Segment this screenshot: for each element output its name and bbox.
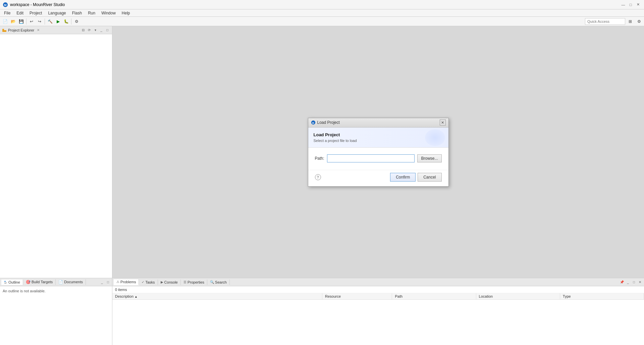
toolbar-save-button[interactable]: 💾	[17, 18, 25, 25]
dialog-body: Load Project Select a project file to lo…	[308, 128, 448, 170]
outline-tabs: Outline 🎯 Build Targets 📄 Documents _ □	[0, 278, 112, 286]
path-row: Path: Browse...	[315, 154, 442, 162]
panel-pin-btn[interactable]: 📌	[619, 280, 625, 285]
toolbar-undo-button[interactable]: ↩	[28, 18, 35, 25]
dialog-close-button[interactable]: ✕	[440, 119, 446, 126]
sidebar-maximize-btn[interactable]: □	[105, 28, 110, 33]
app-title: workspace - MounRiver Studio	[10, 2, 65, 7]
col-location[interactable]: Location	[476, 293, 560, 300]
col-path[interactable]: Path	[392, 293, 476, 300]
close-button[interactable]: ✕	[635, 1, 641, 8]
tab-problems[interactable]: ⚠ Problems	[114, 279, 139, 285]
outline-content: An outline is not available.	[0, 286, 112, 345]
problems-table: Description ▲ Resource Path Location Typ…	[112, 293, 644, 300]
panel-minimize-btn[interactable]: _	[625, 280, 631, 285]
col-description[interactable]: Description ▲	[112, 293, 322, 300]
menu-run[interactable]: Run	[85, 10, 98, 16]
panel-maximize-btn[interactable]: □	[631, 280, 637, 285]
dialog-close-icon: ✕	[441, 120, 444, 125]
sidebar-collapse-btn[interactable]: ⊟	[80, 28, 86, 33]
svg-rect-2	[2, 29, 4, 30]
dialog-title-label: Load Project	[317, 120, 340, 125]
dialog-title-left: M Load Project	[311, 120, 340, 125]
title-bar-left: M workspace - MounRiver Studio	[3, 2, 65, 7]
bottom-panel-tabs: ⚠ Problems ✓ Tasks ▶ Console ☰ Propertie…	[112, 278, 644, 286]
toolbar-redo-button[interactable]: ↪	[36, 18, 43, 25]
outline-panel: Outline 🎯 Build Targets 📄 Documents _ □ …	[0, 278, 112, 345]
browse-button[interactable]: Browse...	[417, 154, 441, 162]
dialog-logo-icon: M	[311, 120, 316, 125]
quick-access-input[interactable]	[585, 18, 625, 25]
tab-documents[interactable]: 📄 Documents	[56, 279, 86, 285]
toolbar-extra-button[interactable]: ⚙	[73, 18, 80, 25]
dialog-main-title: Load Project	[314, 132, 443, 137]
tab-tasks[interactable]: ✓ Tasks	[139, 280, 158, 285]
menu-file[interactable]: File	[1, 10, 13, 16]
menu-help[interactable]: Help	[119, 10, 133, 16]
tab-search[interactable]: 🔍 Search	[207, 280, 230, 285]
help-char: ?	[317, 175, 319, 179]
toolbar-run-button[interactable]: ▶	[54, 18, 62, 25]
toolbar-settings-button[interactable]: ⚙	[635, 18, 643, 25]
sidebar-menu-btn[interactable]: ▾	[93, 28, 98, 33]
menu-bar: File Edit Project Language Flash Run Win…	[0, 9, 644, 17]
menu-edit[interactable]: Edit	[14, 10, 26, 16]
toolbar-open-button[interactable]: 📂	[9, 18, 17, 25]
bottom-panel-content: 0 items Description ▲ Resource Path Loca…	[112, 286, 644, 345]
toolbar: 📄 📂 💾 ↩ ↪ 🔨 ▶ 🐛 ⚙ ⊞ ⚙	[0, 17, 644, 26]
col-type[interactable]: Type	[560, 293, 644, 300]
tab-build-targets[interactable]: 🎯 Build Targets	[23, 279, 56, 285]
sidebar-header-right: ⊟ ⟳ ▾ _ □	[80, 28, 110, 33]
menu-language[interactable]: Language	[45, 10, 68, 16]
svg-text:M: M	[4, 3, 7, 7]
sidebar-header: Project Explorer ✕ ⊟ ⟳ ▾ _ □	[0, 26, 112, 34]
tab-console[interactable]: ▶ Console	[158, 280, 181, 285]
sidebar-close-icon[interactable]: ✕	[37, 28, 40, 32]
toolbar-debug-button[interactable]: 🐛	[62, 18, 70, 25]
sidebar-minimize-btn[interactable]: _	[99, 28, 104, 33]
modal-overlay: M Load Project ✕ Load Project Select a p…	[112, 26, 644, 278]
sidebar-title: Project Explorer	[8, 28, 34, 32]
search-tab-icon: 🔍	[210, 280, 214, 284]
dialog-form: Path: Browse...	[315, 153, 442, 162]
dialog-title-bar: M Load Project ✕	[308, 118, 448, 128]
dialog-footer: ? Confirm Cancel	[308, 170, 448, 186]
help-icon[interactable]: ?	[315, 174, 321, 180]
panel-close-btn[interactable]: ✕	[637, 280, 643, 285]
outline-tab-icon	[4, 281, 7, 284]
sidebar-sync-btn[interactable]: ⟳	[87, 28, 92, 33]
sidebar: Project Explorer ✕ ⊟ ⟳ ▾ _ □	[0, 26, 112, 345]
project-explorer-icon	[2, 28, 7, 33]
toolbar-separator-3	[71, 18, 71, 24]
dialog-header-section: Load Project Select a project file to lo…	[308, 128, 448, 148]
title-bar: M workspace - MounRiver Studio — □ ✕	[0, 0, 644, 9]
bottom-panel: ⚠ Problems ✓ Tasks ▶ Console ☰ Propertie…	[112, 278, 644, 345]
outline-maximize-btn[interactable]: □	[105, 280, 111, 285]
tab-properties[interactable]: ☰ Properties	[181, 280, 207, 285]
dialog-footer-left: ?	[315, 174, 321, 180]
toolbar-perspective-button[interactable]: ⊞	[627, 18, 634, 25]
top-pane: M Load Project ✕ Load Project Select a p…	[112, 26, 644, 278]
menu-window[interactable]: Window	[99, 10, 118, 16]
minimize-button[interactable]: —	[620, 1, 627, 8]
menu-project[interactable]: Project	[27, 10, 45, 16]
path-input[interactable]	[327, 154, 415, 162]
main-layout: Project Explorer ✕ ⊟ ⟳ ▾ _ □	[0, 26, 644, 345]
outline-minimize-btn[interactable]: _	[99, 280, 105, 285]
problems-tab-icon: ⚠	[116, 280, 119, 284]
tab-outline[interactable]: Outline	[1, 280, 23, 285]
menu-flash[interactable]: Flash	[69, 10, 85, 16]
toolbar-new-button[interactable]: 📄	[1, 18, 9, 25]
cancel-button[interactable]: Cancel	[418, 173, 441, 182]
restore-button[interactable]: □	[627, 1, 634, 8]
panel-toolbar-right: 📌 _ □ ✕	[619, 280, 643, 285]
svg-rect-5	[4, 283, 7, 283]
console-tab-icon: ▶	[161, 280, 163, 284]
tasks-tab-icon: ✓	[142, 280, 144, 284]
toolbar-separator-2	[45, 18, 45, 24]
toolbar-build-button[interactable]: 🔨	[46, 18, 54, 25]
confirm-button[interactable]: Confirm	[390, 173, 416, 182]
outline-controls: _ □	[99, 280, 111, 285]
col-resource[interactable]: Resource	[322, 293, 392, 300]
sort-icon: ▲	[135, 295, 138, 298]
